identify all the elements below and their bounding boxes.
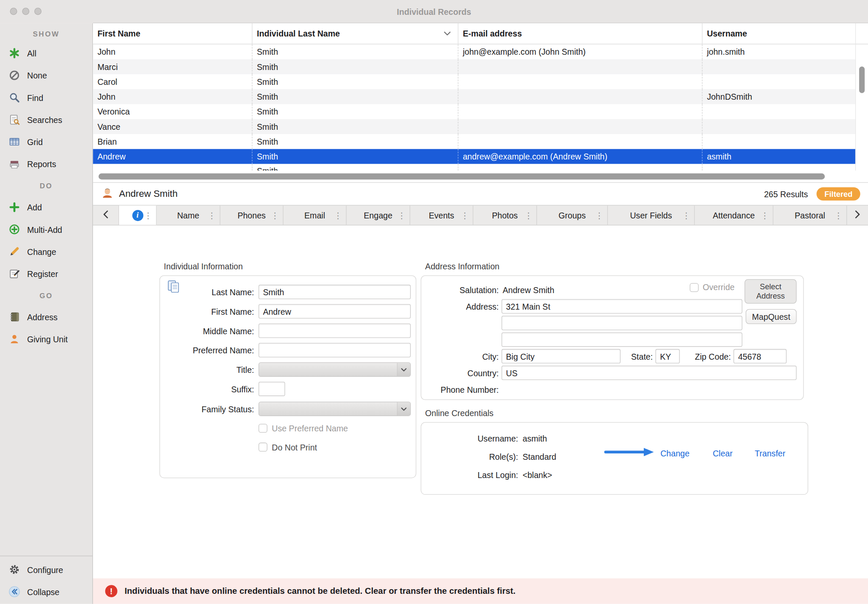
filtered-badge[interactable]: Filtered: [817, 187, 860, 200]
sidebar-item-multi-add[interactable]: Multi-Add: [0, 218, 92, 240]
clear-credentials-link[interactable]: Clear: [713, 448, 733, 458]
title-dropdown[interactable]: [259, 362, 411, 377]
tab-email[interactable]: Email⋮: [284, 206, 347, 225]
sidebar-item-add[interactable]: Add: [0, 196, 92, 218]
column-header-email[interactable]: E-mail address: [458, 23, 702, 44]
select-address-button[interactable]: Select Address: [745, 279, 797, 303]
zoom-window-button[interactable]: [34, 8, 42, 15]
sidebar-item-register[interactable]: Register: [0, 263, 92, 285]
tab-label: Name: [177, 210, 199, 220]
table-row[interactable]: John Smith JohnDSmith: [93, 89, 855, 104]
dots-icon[interactable]: ⋮: [271, 210, 279, 221]
suffix-input[interactable]: [259, 382, 285, 396]
middle-name-label: Middle Name:: [160, 326, 254, 336]
dots-icon[interactable]: ⋮: [144, 210, 153, 221]
transfer-credentials-link[interactable]: Transfer: [755, 448, 785, 458]
dots-icon[interactable]: ⋮: [595, 210, 604, 221]
column-header-username[interactable]: Username: [702, 23, 855, 44]
use-preferred-name-checkbox[interactable]: [259, 424, 267, 433]
tab-user-fields[interactable]: User Fields⋮: [608, 206, 695, 225]
individual-records-window: Individual Records SHOW All None Find Se…: [0, 0, 868, 604]
close-window-button[interactable]: [10, 8, 17, 15]
dots-icon[interactable]: ⋮: [208, 210, 216, 221]
sidebar-item-all[interactable]: All: [0, 42, 92, 64]
sidebar-item-label: Grid: [27, 137, 43, 146]
sidebar-item-address[interactable]: Address: [0, 306, 92, 328]
sidebar-footer: Configure Collapse: [0, 556, 92, 604]
last-name-input[interactable]: [259, 285, 411, 299]
state-input[interactable]: [656, 349, 680, 364]
sidebar-item-change[interactable]: Change: [0, 240, 92, 263]
dots-icon[interactable]: ⋮: [461, 210, 469, 221]
country-input[interactable]: [501, 366, 796, 380]
cell-email: [458, 164, 702, 171]
sidebar-item-giving-unit[interactable]: Giving Unit: [0, 328, 92, 350]
horizontal-scrollbar[interactable]: [98, 173, 825, 179]
sidebar-item-collapse[interactable]: Collapse: [0, 581, 92, 603]
record-detail-panel: Individual Information Last Name: First …: [93, 226, 868, 579]
city-input[interactable]: [501, 349, 620, 364]
tab-name[interactable]: Name⋮: [157, 206, 220, 225]
tabs-scroll-right-button[interactable]: [847, 206, 868, 225]
first-name-input[interactable]: [259, 304, 411, 319]
dots-icon[interactable]: ⋮: [524, 210, 533, 221]
tab-groups[interactable]: Groups⋮: [537, 206, 608, 225]
dots-icon[interactable]: ⋮: [834, 210, 843, 221]
table-row-selected[interactable]: Andrew Smith andrew@example.com (Andrew …: [93, 149, 855, 164]
selected-record-name: Andrew Smith: [119, 188, 178, 199]
column-header-first-name[interactable]: First Name: [93, 23, 252, 44]
sidebar-item-grid[interactable]: Grid: [0, 131, 92, 153]
tab-label: Attendance: [713, 210, 755, 220]
sidebar-item-find[interactable]: Find: [0, 87, 92, 109]
tab-engage[interactable]: Engage⋮: [347, 206, 410, 225]
tab-photos[interactable]: Photos⋮: [473, 206, 537, 225]
table-row-partial[interactable]: Smith: [93, 164, 855, 171]
sidebar-item-label: Change: [27, 247, 56, 256]
sidebar-item-none[interactable]: None: [0, 64, 92, 87]
address-line2-input[interactable]: [501, 316, 742, 330]
table-row[interactable]: Veronica Smith: [93, 104, 855, 119]
tab-events[interactable]: Events⋮: [410, 206, 473, 225]
minimize-window-button[interactable]: [22, 8, 29, 15]
tab-label: Phones: [237, 210, 265, 220]
chevron-down-icon: [397, 363, 410, 376]
table-row[interactable]: John Smith john@example.com (John Smith)…: [93, 44, 855, 59]
tab-attendance[interactable]: Attendance⋮: [695, 206, 773, 225]
preferred-name-input[interactable]: [259, 343, 411, 357]
tabs-scroll-left-button[interactable]: [93, 206, 119, 225]
zip-input[interactable]: [734, 349, 787, 364]
copy-icon[interactable]: [167, 279, 181, 296]
tab-phones[interactable]: Phones⋮: [220, 206, 284, 225]
sidebar-item-reports[interactable]: Reports: [0, 153, 92, 175]
chevron-down-icon: [397, 402, 410, 415]
middle-name-input[interactable]: [259, 324, 411, 338]
roles-label: Role(s):: [421, 452, 518, 461]
family-status-dropdown[interactable]: [259, 402, 411, 416]
dots-icon[interactable]: ⋮: [682, 210, 690, 221]
sidebar-item-configure[interactable]: Configure: [0, 559, 92, 581]
override-checkbox[interactable]: [690, 283, 699, 292]
titlebar: Individual Records: [0, 0, 868, 23]
address-line1-input[interactable]: [501, 299, 742, 313]
tab-info[interactable]: i⋮: [119, 206, 157, 225]
mapquest-button[interactable]: MapQuest: [746, 309, 796, 324]
table-row[interactable]: Carol Smith: [93, 74, 855, 89]
change-credentials-link[interactable]: Change: [660, 448, 690, 458]
pencil-icon: [8, 245, 21, 258]
vertical-scrollbar[interactable]: [859, 67, 865, 93]
table-row[interactable]: Marci Smith: [93, 59, 855, 74]
dots-icon[interactable]: ⋮: [334, 210, 342, 221]
column-label: Username: [707, 29, 747, 38]
table-row[interactable]: Vance Smith: [93, 119, 855, 134]
sidebar-item-searches[interactable]: Searches: [0, 109, 92, 131]
sidebar-item-label: Find: [27, 93, 43, 102]
do-not-print-checkbox[interactable]: [259, 443, 267, 452]
dots-icon[interactable]: ⋮: [398, 210, 406, 221]
individual-info-box: Last Name: First Name: Middle Name: Pref…: [159, 275, 416, 478]
table-row[interactable]: Brian Smith: [93, 134, 855, 149]
column-label: Individual Last Name: [257, 29, 340, 38]
tab-pastoral[interactable]: Pastoral⋮: [773, 206, 847, 225]
address-line3-input[interactable]: [501, 333, 742, 347]
column-header-last-name[interactable]: Individual Last Name: [252, 23, 458, 44]
dots-icon[interactable]: ⋮: [761, 210, 769, 221]
